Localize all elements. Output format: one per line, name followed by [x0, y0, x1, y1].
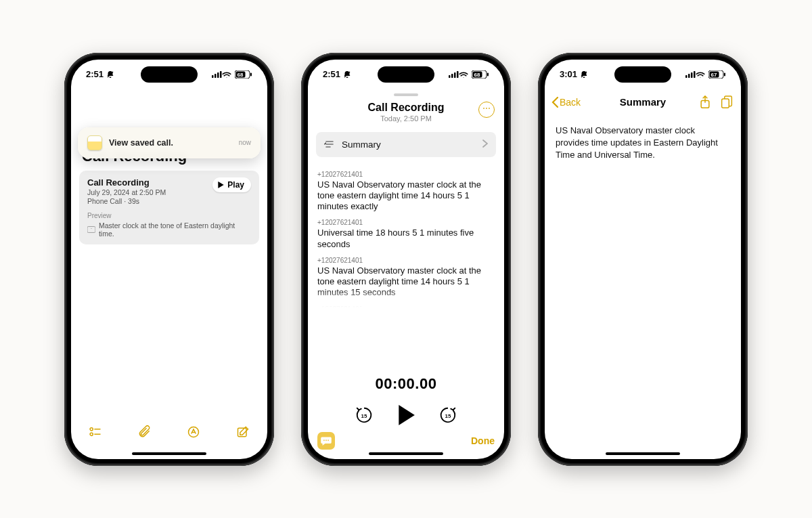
speaker-number: +12027621401	[317, 171, 495, 178]
play-label: Play	[227, 180, 244, 190]
home-indicator[interactable]	[132, 452, 206, 455]
do-not-disturb-icon	[580, 70, 588, 79]
home-indicator[interactable]	[369, 452, 443, 455]
nav-title: Summary	[620, 96, 666, 108]
svg-text:“: “	[91, 228, 92, 232]
share-icon[interactable]	[699, 95, 711, 109]
checklist-icon[interactable]	[89, 425, 102, 439]
dynamic-island	[614, 66, 671, 83]
signal-wifi-icon	[685, 71, 706, 78]
battery-icon: 67	[708, 70, 726, 79]
messages-icon[interactable]	[317, 432, 335, 450]
svg-text:68: 68	[238, 72, 244, 78]
recording-card[interactable]: Call Recording July 29, 2024 at 2:50 PM …	[79, 171, 259, 244]
svg-text:15: 15	[361, 412, 367, 418]
markup-icon[interactable]	[187, 425, 200, 439]
svg-text:67: 67	[711, 72, 717, 78]
play-icon	[218, 181, 224, 188]
notification-text: View saved call.	[109, 138, 232, 148]
do-not-disturb-icon	[343, 70, 351, 79]
status-time: 3:01	[560, 69, 577, 79]
dynamic-island	[141, 66, 198, 83]
signal-wifi-icon	[212, 71, 232, 78]
summary-content: US Naval Observatory master clock provid…	[545, 115, 741, 171]
status-time: 2:51	[86, 69, 104, 79]
sheet-subtitle: Today, 2:50 PM	[308, 114, 504, 123]
sheet-grabber[interactable]	[394, 93, 418, 96]
card-title: Call Recording	[87, 177, 212, 188]
quote-icon: “	[87, 226, 95, 233]
transcript-line: US Naval Observatory master clock at the…	[317, 179, 495, 213]
svg-rect-29	[724, 72, 725, 76]
battery-icon: 68	[235, 70, 252, 79]
card-subtitle: July 29, 2024 at 2:50 PM	[87, 188, 212, 196]
svg-point-11	[90, 427, 93, 430]
done-button[interactable]: Done	[471, 435, 495, 446]
phone-frame-1: 2:51 68 Call Recording	[64, 53, 274, 466]
home-indicator[interactable]	[606, 452, 680, 455]
phone-frame-3: 3:01 67 Back	[538, 53, 748, 466]
notification-time: now	[239, 139, 251, 146]
svg-point-24	[323, 439, 325, 441]
audio-player: 00:00.00 15 15	[308, 375, 504, 425]
svg-rect-6	[250, 72, 252, 76]
preview-label: Preview	[87, 212, 251, 219]
preview-text: Master clock at the tone of Eastern dayl…	[99, 221, 251, 238]
svg-point-26	[328, 439, 329, 441]
fade-overlay	[308, 288, 504, 307]
do-not-disturb-icon	[106, 70, 114, 79]
svg-text:68: 68	[474, 72, 480, 78]
notes-toolbar	[71, 417, 267, 447]
svg-text:15: 15	[445, 412, 451, 418]
playback-time: 00:00.00	[308, 375, 504, 393]
copy-icon[interactable]	[721, 95, 733, 109]
summary-row[interactable]: Summary	[316, 132, 496, 157]
transcript-area[interactable]: +12027621401 US Naval Observatory master…	[308, 157, 504, 307]
back-label: Back	[560, 97, 581, 108]
attachment-icon[interactable]	[138, 425, 152, 439]
svg-point-13	[90, 433, 93, 435]
battery-icon: 68	[472, 70, 489, 79]
more-button[interactable]: ⋯	[478, 102, 495, 118]
svg-rect-19	[487, 72, 489, 76]
card-detail: Phone Call · 39s	[87, 197, 212, 205]
compose-icon[interactable]	[236, 425, 250, 439]
signal-wifi-icon	[449, 71, 469, 78]
phone-frame-2: 2:51 68 Call Recording	[301, 53, 511, 466]
svg-rect-33	[722, 99, 729, 108]
notes-app-icon	[87, 135, 102, 150]
sheet-title: Call Recording	[368, 102, 445, 114]
speaker-number: +12027621401	[317, 257, 495, 264]
play-icon[interactable]	[397, 405, 415, 425]
play-button[interactable]: Play	[212, 177, 251, 192]
saved-call-notification[interactable]: View saved call. now	[78, 127, 261, 158]
summary-label: Summary	[342, 139, 381, 150]
svg-point-25	[325, 439, 327, 441]
forward-15-icon[interactable]: 15	[438, 406, 457, 425]
summary-icon	[324, 139, 335, 149]
chevron-right-icon	[482, 139, 488, 150]
nav-bar: Back Summary	[545, 89, 741, 115]
speaker-number: +12027621401	[317, 219, 495, 226]
transcript-line: Universal time 18 hours 5 1 minutes five…	[317, 228, 495, 250]
back-button[interactable]: Back	[551, 97, 581, 108]
dynamic-island	[378, 66, 434, 83]
chevron-left-icon	[551, 97, 558, 108]
rewind-15-icon[interactable]: 15	[355, 406, 374, 425]
status-time: 2:51	[323, 69, 340, 79]
